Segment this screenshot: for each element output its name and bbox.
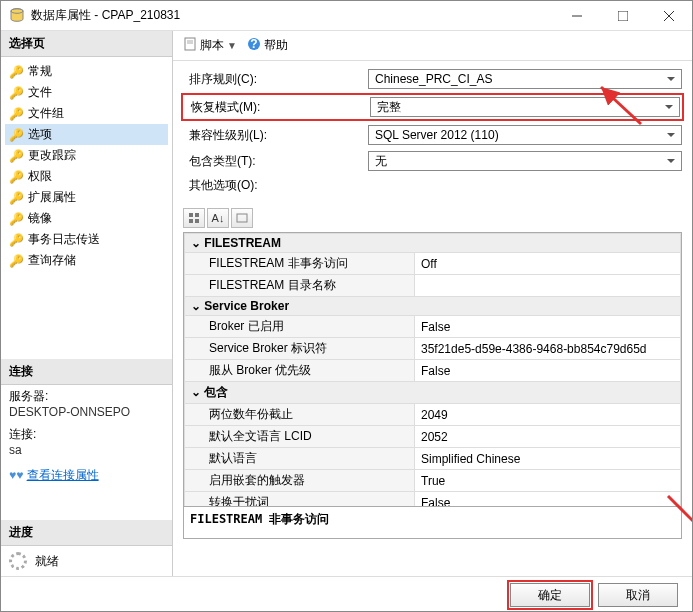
minimize-button[interactable] [554,1,600,31]
nav-item[interactable]: 🔑常规 [5,61,168,82]
property-grid-toolbar: A↓ [173,204,692,232]
nav-item[interactable]: 🔑权限 [5,166,168,187]
alphabetical-view-button[interactable]: A↓ [207,208,229,228]
containment-combo[interactable]: 无 [368,151,682,171]
categorized-view-button[interactable] [183,208,205,228]
page-icon: 🔑 [9,233,24,247]
script-button[interactable]: 脚本 ▼ [183,37,237,54]
grid-value[interactable]: 2049 [415,404,681,426]
recovery-value: 完整 [377,99,401,116]
grid-row[interactable]: 两位数年份截止2049 [185,404,681,426]
grid-tool-icon[interactable] [231,208,253,228]
nav-item[interactable]: 🔑文件 [5,82,168,103]
compat-combo[interactable]: SQL Server 2012 (110) [368,125,682,145]
expand-icon: ⌄ [191,299,201,313]
help-button[interactable]: ? 帮助 [247,37,288,54]
grid-value[interactable]: Simplified Chinese [415,448,681,470]
nav-item-label: 选项 [28,126,52,143]
grid-value[interactable]: True [415,470,681,492]
nav-item[interactable]: 🔑事务日志传送 [5,229,168,250]
server-value: DESKTOP-ONNSEPO [1,405,172,423]
grid-category[interactable]: ⌄ Service Broker [185,297,681,316]
nav-item-label: 文件组 [28,105,64,122]
connection-value: sa [1,443,172,461]
other-options-label: 其他选项(O): [183,177,368,194]
page-icon: 🔑 [9,65,24,79]
grid-value[interactable]: 35f21de5-d59e-4386-9468-bb854c79d65d [415,338,681,360]
page-icon: 🔑 [9,170,24,184]
compat-label: 兼容性级别(L): [183,127,368,144]
grid-row[interactable]: FILESTREAM 目录名称 [185,275,681,297]
grid-row[interactable]: 默认全文语言 LCID2052 [185,426,681,448]
nav-item-label: 事务日志传送 [28,231,100,248]
left-panel: 选择页 🔑常规🔑文件🔑文件组🔑选项🔑更改跟踪🔑权限🔑扩展属性🔑镜像🔑事务日志传送… [1,31,173,576]
nav-item[interactable]: 🔑查询存储 [5,250,168,271]
help-label: 帮助 [264,37,288,54]
recovery-label: 恢复模式(M): [185,99,370,116]
collation-combo[interactable]: Chinese_PRC_CI_AS [368,69,682,89]
grid-row[interactable]: 默认语言Simplified Chinese [185,448,681,470]
grid-value[interactable]: False [415,316,681,338]
svg-rect-14 [195,219,199,223]
collation-value: Chinese_PRC_CI_AS [375,72,492,86]
grid-row[interactable]: 转换干扰词False [185,492,681,508]
progress-spinner-icon [9,552,27,570]
grid-key: Service Broker 标识符 [185,338,415,360]
close-button[interactable] [646,1,692,31]
grid-row[interactable]: 启用嵌套的触发器True [185,470,681,492]
grid-row[interactable]: 服从 Broker 优先级False [185,360,681,382]
compat-value: SQL Server 2012 (110) [375,128,499,142]
options-form: 排序规则(C): Chinese_PRC_CI_AS 恢复模式(M): 完整 兼… [173,61,692,204]
grid-value[interactable]: False [415,360,681,382]
nav-item-label: 文件 [28,84,52,101]
server-label: 服务器: [1,385,172,405]
nav-item[interactable]: 🔑扩展属性 [5,187,168,208]
page-icon: 🔑 [9,128,24,142]
nav-item-label: 常规 [28,63,52,80]
grid-row[interactable]: Broker 已启用False [185,316,681,338]
grid-value[interactable] [415,275,681,297]
nav-item[interactable]: 🔑选项 [5,124,168,145]
content-toolbar: 脚本 ▼ ? 帮助 [173,31,692,61]
nav-item[interactable]: 🔑文件组 [5,103,168,124]
ok-button[interactable]: 确定 [510,583,590,607]
grid-value[interactable]: Off [415,253,681,275]
recovery-row-highlight: 恢复模式(M): 完整 [181,93,684,121]
script-label: 脚本 [200,37,224,54]
grid-category[interactable]: ⌄ FILESTREAM [185,234,681,253]
grid-row[interactable]: FILESTREAM 非事务访问Off [185,253,681,275]
progress-header: 进度 [1,520,172,546]
grid-value[interactable]: 2052 [415,426,681,448]
svg-rect-13 [189,219,193,223]
page-icon: 🔑 [9,149,24,163]
dialog-footer: 确定 取消 [1,576,692,612]
view-connection-link[interactable]: 查看连接属性 [27,468,99,482]
nav-item-label: 镜像 [28,210,52,227]
nav-item[interactable]: 🔑更改跟踪 [5,145,168,166]
grid-row[interactable]: Service Broker 标识符35f21de5-d59e-4386-946… [185,338,681,360]
progress-status: 就绪 [35,553,59,570]
recovery-combo[interactable]: 完整 [370,97,680,117]
svg-rect-12 [195,213,199,217]
window-title: 数据库属性 - CPAP_210831 [31,7,554,24]
svg-text:?: ? [250,37,257,51]
property-description: FILESTREAM 非事务访问 [183,507,682,539]
grid-category[interactable]: ⌄ 包含 [185,382,681,404]
page-icon: 🔑 [9,212,24,226]
cancel-button[interactable]: 取消 [598,583,678,607]
maximize-button[interactable] [600,1,646,31]
collation-label: 排序规则(C): [183,71,368,88]
right-panel: 脚本 ▼ ? 帮助 排序规则(C): Chinese_PRC_CI_AS 恢复模… [173,31,692,576]
page-icon: 🔑 [9,86,24,100]
svg-rect-6 [185,38,195,50]
property-grid[interactable]: ⌄ FILESTREAMFILESTREAM 非事务访问OffFILESTREA… [183,232,682,507]
svg-rect-15 [237,214,247,222]
grid-key: 默认语言 [185,448,415,470]
page-icon: 🔑 [9,107,24,121]
nav-item[interactable]: 🔑镜像 [5,208,168,229]
nav-list: 🔑常规🔑文件🔑文件组🔑选项🔑更改跟踪🔑权限🔑扩展属性🔑镜像🔑事务日志传送🔑查询存… [5,61,168,271]
grid-value[interactable]: False [415,492,681,508]
containment-label: 包含类型(T): [183,153,368,170]
script-icon [183,37,197,54]
grid-key: 转换干扰词 [185,492,415,508]
